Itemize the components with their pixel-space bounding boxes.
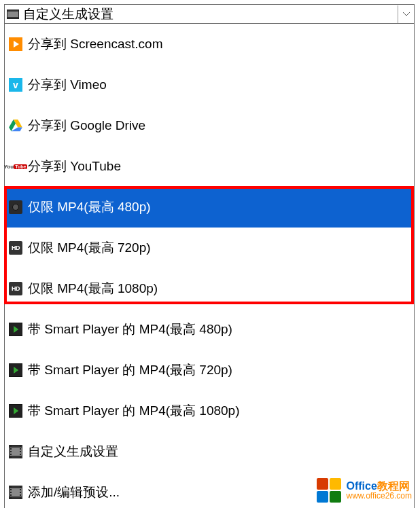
svg-rect-0 [317,478,328,490]
option-list: 分享到 Screencast.com v 分享到 Vimeo 分享到 Googl… [5,24,414,508]
option-label: 仅限 MP4(最高 720p) [28,239,151,257]
option-label: 仅限 MP4(最高 1080p) [28,280,158,297]
watermark-text: Office教程网 www.office26.com [347,480,413,501]
option-vimeo[interactable]: v 分享到 Vimeo [5,65,414,105]
film-icon [7,10,19,19]
option-label: 分享到 YouTube [28,158,121,175]
vimeo-icon: v [9,78,22,92]
film-icon [9,486,22,499]
option-youtube[interactable]: YouTube 分享到 YouTube [5,146,414,187]
google-drive-icon [9,119,22,132]
option-custom-settings[interactable]: 自定义生成设置 [5,431,414,472]
option-label: 添加/编辑预设... [28,484,120,501]
option-mp4-720p[interactable]: HD 仅限 MP4(最高 720p) [5,228,414,268]
option-smartplayer-480p[interactable]: 带 Smart Player 的 MP4(最高 480p) [5,309,414,350]
option-google-drive[interactable]: 分享到 Google Drive [5,105,414,146]
film-icon [9,445,22,458]
option-label: 带 Smart Player 的 MP4(最高 1080p) [28,402,239,420]
camera-icon [9,200,22,214]
option-label: 带 Smart Player 的 MP4(最高 720p) [28,361,232,379]
dropdown-selected-label: 自定义生成设置 [22,5,398,23]
svg-rect-1 [330,478,341,490]
player-icon [9,363,22,377]
youtube-icon: YouTube [9,160,22,173]
hd-icon: HD [9,241,22,255]
option-label: 仅限 MP4(最高 480p) [28,198,151,216]
option-label: 自定义生成设置 [28,443,118,460]
screencast-icon [9,37,22,51]
player-icon [9,404,22,418]
option-mp4-1080p[interactable]: HD 仅限 MP4(最高 1080p) [5,268,414,309]
chevron-down-icon[interactable] [398,5,414,23]
svg-rect-3 [330,491,341,503]
hd-icon: HD [9,282,22,295]
watermark-url: www.office26.com [347,492,413,501]
option-mp4-480p[interactable]: 仅限 MP4(最高 480p) [5,187,414,228]
option-label: 带 Smart Player 的 MP4(最高 480p) [28,321,232,338]
watermark: Office教程网 www.office26.com [315,477,413,504]
option-smartplayer-1080p[interactable]: 带 Smart Player 的 MP4(最高 1080p) [5,391,414,431]
export-preset-dropdown: 自定义生成设置 分享到 Screencast.com v 分享到 Vimeo 分… [4,4,415,508]
player-icon [9,323,22,336]
option-label: 分享到 Screencast.com [28,35,163,53]
option-label: 分享到 Google Drive [28,117,145,134]
option-screencast[interactable]: 分享到 Screencast.com [5,24,414,65]
option-label: 分享到 Vimeo [28,76,107,94]
watermark-title: Office教程网 [347,480,413,492]
option-smartplayer-720p[interactable]: 带 Smart Player 的 MP4(最高 720p) [5,350,414,391]
dropdown-header[interactable]: 自定义生成设置 [5,5,414,24]
office-logo-icon [315,477,343,504]
svg-rect-2 [317,491,328,503]
